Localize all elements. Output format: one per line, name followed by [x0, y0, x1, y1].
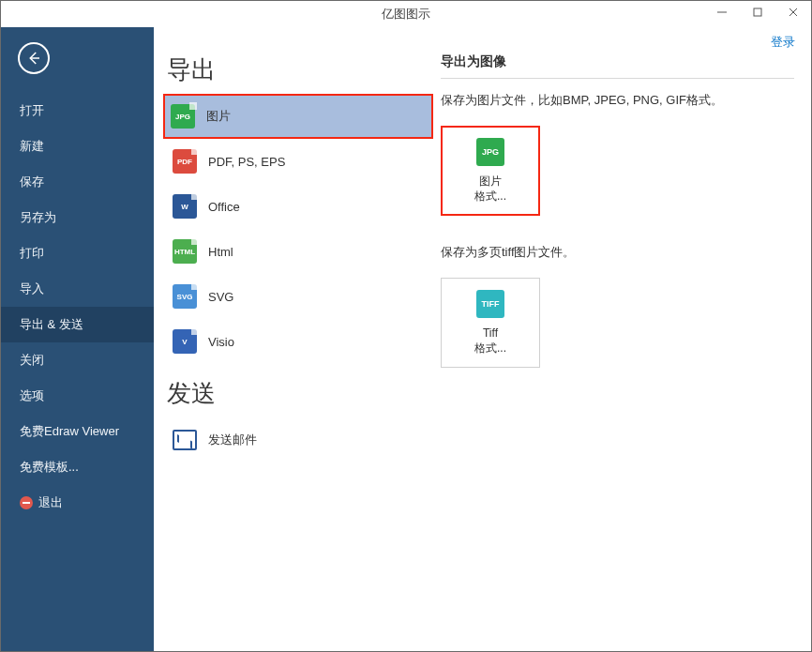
send-heading: 发送 — [167, 377, 435, 410]
export-item-label: Office — [208, 200, 240, 214]
export-item-html[interactable]: HTMLHtml — [165, 229, 435, 274]
tiff-format-label: Tiff格式... — [474, 326, 506, 356]
maximize-icon — [753, 8, 762, 17]
title-bar: 亿图图示 — [1, 1, 811, 27]
export-item-svg[interactable]: SVGSVG — [165, 274, 435, 319]
sidebar-item-10[interactable]: 免费模板... — [1, 449, 154, 485]
tiff-format-tile[interactable]: TIFF Tiff格式... — [441, 278, 540, 368]
sidebar-item-11[interactable]: 退出 — [1, 485, 154, 521]
export-heading: 导出 — [167, 53, 435, 86]
sidebar-item-9[interactable]: 免费Edraw Viewer — [1, 414, 154, 449]
sidebar-item-4[interactable]: 打印 — [1, 235, 154, 271]
sidebar-item-label: 免费模板... — [20, 460, 79, 474]
sidebar-item-2[interactable]: 保存 — [1, 164, 154, 200]
export-item-label: Html — [208, 245, 233, 259]
send-item-mail[interactable]: 发送邮件 — [165, 417, 435, 462]
export-item-label: Visio — [208, 335, 234, 349]
app-title: 亿图图示 — [382, 6, 430, 23]
arrow-left-icon — [25, 50, 42, 67]
image-format-label: 图片格式... — [474, 174, 506, 204]
pdf-icon: PDF — [173, 149, 197, 174]
back-button[interactable] — [18, 42, 50, 74]
export-item-label: 发送邮件 — [208, 432, 257, 448]
minimize-button[interactable] — [704, 1, 740, 23]
jpg-icon: JPG — [171, 104, 195, 129]
tiff-icon: TIFF — [476, 290, 504, 318]
image-formats-desc: 保存为图片文件，比如BMP, JPEG, PNG, GIF格式。 — [441, 92, 794, 109]
main-layout: 打开新建保存另存为打印导入导出 & 发送关闭选项免费Edraw Viewer免费… — [1, 27, 811, 651]
sidebar-item-3[interactable]: 另存为 — [1, 200, 154, 235]
sidebar-item-label: 新建 — [20, 139, 44, 153]
sidebar-item-6[interactable]: 导出 & 发送 — [1, 307, 154, 342]
details-title: 导出为图像 — [441, 53, 794, 79]
sidebar-item-7[interactable]: 关闭 — [1, 342, 154, 378]
sidebar-item-label: 另存为 — [20, 210, 56, 224]
export-list: JPG图片PDFPDF, PS, EPSWOfficeHTMLHtmlSVGSV… — [165, 94, 435, 364]
word-icon: W — [173, 194, 197, 219]
sidebar-item-label: 保存 — [20, 174, 44, 189]
sidebar-item-1[interactable]: 新建 — [1, 129, 154, 164]
mail-icon — [173, 430, 197, 450]
sidebar-item-label: 导出 & 发送 — [20, 317, 83, 331]
window-controls — [704, 1, 811, 23]
sidebar-item-label: 打开 — [20, 103, 44, 117]
image-format-tile[interactable]: JPG 图片格式... — [441, 126, 540, 216]
sidebar-item-8[interactable]: 选项 — [1, 378, 154, 414]
sidebar-item-label: 选项 — [20, 388, 44, 402]
minimize-icon — [717, 8, 727, 17]
export-item-jpg[interactable]: JPG图片 — [163, 94, 433, 139]
html-icon: HTML — [173, 239, 197, 264]
svg-rect-1 — [754, 8, 761, 16]
svg-icon: SVG — [173, 284, 197, 309]
export-item-visio[interactable]: VVisio — [165, 319, 435, 364]
export-item-label: 图片 — [206, 108, 231, 125]
jpg-icon: JPG — [476, 138, 504, 166]
sidebar-item-5[interactable]: 导入 — [1, 271, 154, 307]
details-panel: 导出为图像 保存为图片文件，比如BMP, JPEG, PNG, GIF格式。 J… — [435, 27, 811, 651]
sidebar-item-label: 导入 — [20, 281, 44, 296]
export-panel: 导出 JPG图片PDFPDF, PS, EPSWOfficeHTMLHtmlSV… — [154, 27, 435, 651]
sidebar-item-0[interactable]: 打开 — [1, 93, 154, 129]
export-item-word[interactable]: WOffice — [165, 184, 435, 229]
exit-icon — [20, 496, 33, 509]
visio-icon: V — [173, 329, 197, 354]
send-list: 发送邮件 — [165, 417, 435, 462]
close-button[interactable] — [775, 1, 811, 23]
export-item-label: SVG — [208, 290, 233, 304]
login-link[interactable]: 登录 — [771, 34, 795, 51]
tiff-desc: 保存为多页tiff图片文件。 — [441, 244, 794, 261]
sidebar-item-label: 关闭 — [20, 353, 44, 367]
export-item-pdf[interactable]: PDFPDF, PS, EPS — [165, 139, 435, 184]
sidebar-item-label: 免费Edraw Viewer — [20, 424, 119, 438]
sidebar-item-label: 打印 — [20, 246, 44, 260]
sidebar: 打开新建保存另存为打印导入导出 & 发送关闭选项免费Edraw Viewer免费… — [1, 27, 154, 651]
maximize-button[interactable] — [740, 1, 775, 23]
close-icon — [789, 8, 798, 17]
sidebar-item-label: 退出 — [38, 494, 63, 511]
export-item-label: PDF, PS, EPS — [208, 155, 285, 169]
